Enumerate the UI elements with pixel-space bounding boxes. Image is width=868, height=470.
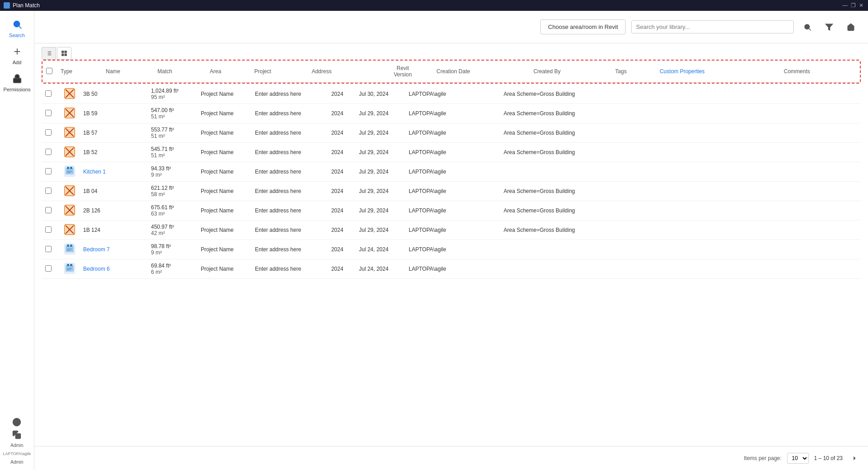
row-checkbox[interactable] bbox=[45, 168, 52, 174]
row-checkbox[interactable] bbox=[45, 129, 52, 136]
table-row: 2B 126 675.61 ft² 63 m² Project Name Ent… bbox=[42, 201, 861, 221]
row-creation-date: Jul 29, 2024 bbox=[355, 182, 405, 201]
row-area: 545.71 ft² 51 m² bbox=[147, 143, 197, 162]
table-row: Bedroom 7 98.78 ft² 9 m² Project Name En… bbox=[42, 240, 861, 259]
header-revit-version: RevitVersion bbox=[373, 61, 433, 83]
row-area: 94.33 ft² 9 m² bbox=[147, 162, 197, 182]
row-match bbox=[120, 123, 147, 143]
sidebar-user-display: Admin bbox=[10, 460, 23, 465]
minimize-button[interactable]: — bbox=[842, 2, 848, 9]
row-revit-version: 2024 bbox=[319, 104, 355, 123]
items-per-page-select[interactable]: 10 5 25 50 bbox=[787, 453, 809, 464]
row-checkbox-cell bbox=[42, 143, 60, 162]
svg-rect-72 bbox=[67, 264, 69, 266]
row-name[interactable]: Bedroom 7 bbox=[80, 240, 120, 259]
row-name[interactable]: 1B 04 bbox=[80, 182, 120, 201]
restore-button[interactable]: ❐ bbox=[850, 2, 856, 9]
row-name[interactable]: 1B 59 bbox=[80, 104, 120, 123]
row-checkbox[interactable] bbox=[45, 90, 52, 97]
row-checkbox[interactable] bbox=[45, 265, 52, 272]
sidebar-item-copy[interactable] bbox=[12, 430, 21, 439]
row-custom-properties: Area Scheme=Gross Building bbox=[500, 104, 590, 123]
svg-rect-5 bbox=[13, 78, 21, 83]
row-revit-version: 2024 bbox=[319, 123, 355, 143]
row-project: Project Name bbox=[197, 85, 251, 104]
row-tags bbox=[464, 143, 500, 162]
row-tags bbox=[464, 221, 500, 240]
row-tags bbox=[464, 104, 500, 123]
row-name[interactable]: Bedroom 6 bbox=[80, 259, 120, 279]
row-created-by: LAPTOPA\agile bbox=[405, 143, 464, 162]
row-name[interactable]: 1B 52 bbox=[80, 143, 120, 162]
row-match bbox=[120, 182, 147, 201]
table-header-highlight: Type Name Match Area Project Address Rev… bbox=[42, 60, 861, 84]
row-created-by: LAPTOPA\agile bbox=[405, 85, 464, 104]
svg-rect-20 bbox=[65, 51, 66, 53]
list-view-button[interactable] bbox=[42, 47, 56, 60]
header-checkbox bbox=[42, 61, 57, 83]
main-content: Choose area/room in Revit bbox=[34, 11, 868, 470]
row-name[interactable]: 1B 57 bbox=[80, 123, 120, 143]
row-checkbox[interactable] bbox=[45, 246, 52, 252]
choose-area-button[interactable]: Choose area/room in Revit bbox=[540, 19, 626, 34]
row-creation-date: Jul 29, 2024 bbox=[355, 221, 405, 240]
row-comments bbox=[590, 182, 861, 201]
svg-rect-67 bbox=[70, 244, 72, 247]
home-button[interactable] bbox=[843, 19, 859, 35]
row-checkbox[interactable] bbox=[45, 110, 52, 116]
svg-point-10 bbox=[805, 24, 810, 29]
title-bar: Plan Match — ❐ ✕ bbox=[0, 0, 868, 11]
row-creation-date: Jul 30, 2024 bbox=[355, 85, 405, 104]
search-button[interactable] bbox=[799, 19, 816, 35]
data-table-body: 3B 50 1,024.89 ft² 95 m² Project Name En… bbox=[42, 85, 861, 279]
row-creation-date: Jul 29, 2024 bbox=[355, 143, 405, 162]
row-address: Enter address here bbox=[251, 221, 319, 240]
row-created-by: LAPTOPA\agile bbox=[405, 162, 464, 182]
sidebar-item-permissions[interactable]: Permissions bbox=[0, 69, 34, 96]
select-all-checkbox[interactable] bbox=[46, 68, 52, 74]
svg-line-2 bbox=[19, 26, 21, 28]
svg-rect-46 bbox=[70, 167, 72, 169]
row-project: Project Name bbox=[197, 123, 251, 143]
row-created-by: LAPTOPA\agile bbox=[405, 123, 464, 143]
svg-rect-19 bbox=[62, 51, 64, 53]
row-custom-properties: Area Scheme=Gross Building bbox=[500, 85, 590, 104]
svg-rect-22 bbox=[62, 54, 64, 56]
table-row: 1B 59 547.00 ft² 51 m² Project Name Ente… bbox=[42, 104, 861, 123]
filter-button[interactable] bbox=[821, 19, 837, 35]
row-custom-properties: Area Scheme=Gross Building bbox=[500, 221, 590, 240]
row-checkbox[interactable] bbox=[45, 226, 52, 233]
row-name[interactable]: Kitchen 1 bbox=[80, 162, 120, 182]
search-input[interactable] bbox=[636, 24, 789, 30]
row-checkbox[interactable] bbox=[45, 188, 52, 194]
row-comments bbox=[590, 143, 861, 162]
type-icon bbox=[63, 243, 76, 255]
row-comments bbox=[590, 85, 861, 104]
row-checkbox-cell bbox=[42, 162, 60, 182]
type-icon bbox=[63, 165, 76, 178]
row-project: Project Name bbox=[197, 104, 251, 123]
row-type bbox=[60, 201, 80, 221]
row-checkbox[interactable] bbox=[45, 149, 52, 155]
app-container: Search Add Permissions bbox=[0, 11, 868, 470]
row-address: Enter address here bbox=[251, 104, 319, 123]
header-tags: Tags bbox=[612, 61, 656, 83]
grid-view-button[interactable] bbox=[57, 47, 71, 60]
row-type bbox=[60, 143, 80, 162]
row-checkbox[interactable] bbox=[45, 207, 52, 213]
row-match bbox=[120, 259, 147, 279]
row-name[interactable]: 1B 124 bbox=[80, 221, 120, 240]
svg-marker-12 bbox=[826, 24, 833, 30]
type-icon bbox=[63, 107, 76, 119]
close-button[interactable]: ✕ bbox=[858, 2, 864, 9]
header-name: Name bbox=[102, 61, 154, 83]
row-checkbox-cell bbox=[42, 221, 60, 240]
row-revit-version: 2024 bbox=[319, 201, 355, 221]
row-name[interactable]: 2B 126 bbox=[80, 201, 120, 221]
type-icon bbox=[63, 87, 76, 100]
sidebar-item-search[interactable]: Search bbox=[0, 14, 34, 42]
sidebar-item-add[interactable]: Add bbox=[0, 42, 34, 69]
sidebar-item-info[interactable] bbox=[12, 418, 21, 427]
next-page-button[interactable] bbox=[848, 452, 861, 465]
row-name[interactable]: 3B 50 bbox=[80, 85, 120, 104]
